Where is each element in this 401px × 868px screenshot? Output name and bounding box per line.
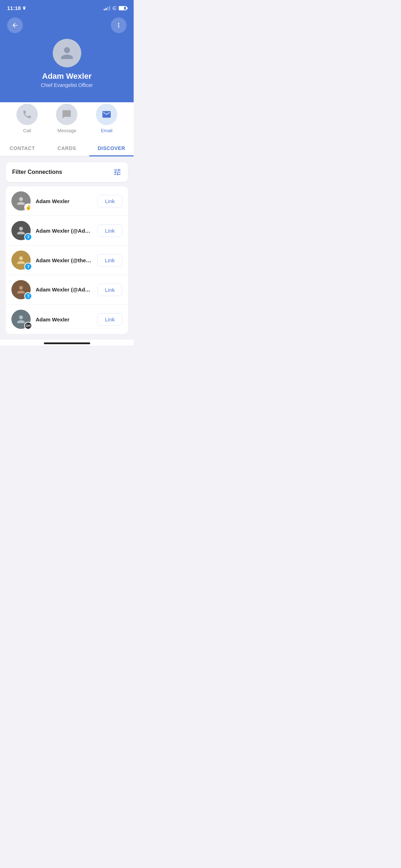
conn-name-1: Adam Wexler <box>36 198 92 204</box>
connection-item: 𝕋 Adam Wexler (@AdamJWexler) | Tw... Lin… <box>6 216 128 246</box>
connection-item: 𝕋 Adam Wexler (@thewordpainter) | T... L… <box>6 246 128 275</box>
contact-title: Chief Evangelist Officer <box>41 82 93 88</box>
message-label: Message <box>57 128 76 133</box>
social-badge-peace: ✌️ <box>24 203 32 211</box>
signal-icon <box>104 6 110 10</box>
home-indicator <box>0 340 134 346</box>
conn-avatar-2: 𝕋 <box>11 221 31 240</box>
connection-item: 𝕋 Adam Wexler (@AdamJWexler) | ...تو Lin… <box>6 275 128 305</box>
location-icon <box>22 6 26 10</box>
tabs: CONTACT CARDS DISCOVER <box>0 140 134 156</box>
email-action[interactable]: Email <box>96 104 117 133</box>
conn-name-5: Adam Wexler <box>36 316 92 322</box>
message-circle <box>56 104 77 125</box>
call-label: Call <box>23 128 31 133</box>
email-icon <box>102 109 112 119</box>
conn-avatar-5: GH <box>11 310 31 329</box>
phone-icon <box>22 109 32 119</box>
contact-name: Adam Wexler <box>42 72 92 81</box>
tab-discover[interactable]: DISCOVER <box>89 140 134 156</box>
filter-bar[interactable]: Filter Connections <box>6 162 128 182</box>
call-action[interactable]: Call <box>16 104 38 133</box>
call-circle <box>16 104 38 125</box>
email-circle <box>96 104 117 125</box>
more-icon <box>115 22 122 29</box>
more-button[interactable] <box>111 17 127 33</box>
filter-label: Filter Connections <box>12 169 62 175</box>
back-button[interactable] <box>7 17 23 33</box>
conn-name-3: Adam Wexler (@thewordpainter) | T... <box>36 257 92 263</box>
link-button-1[interactable]: Link <box>97 195 122 207</box>
connection-item: ✌️ Adam Wexler Link <box>6 186 128 216</box>
link-button-3[interactable]: Link <box>97 254 122 267</box>
connection-item: GH Adam Wexler Link <box>6 305 128 334</box>
avatar-placeholder-icon <box>58 44 76 62</box>
email-label: Email <box>101 128 113 133</box>
message-action[interactable]: Message <box>56 104 77 133</box>
contact-avatar <box>53 39 81 67</box>
header-nav <box>7 17 127 33</box>
action-buttons: Call Message Email <box>0 104 134 140</box>
tab-cards[interactable]: CARDS <box>45 140 89 156</box>
link-button-5[interactable]: Link <box>97 313 122 326</box>
conn-name-4: Adam Wexler (@AdamJWexler) | ...تو <box>36 286 92 293</box>
home-bar <box>44 342 90 344</box>
status-bar: 11:18 ∈ <box>0 0 134 14</box>
social-badge-twitter-3: 𝕋 <box>24 263 32 270</box>
time-display: 11:18 <box>7 5 21 11</box>
conn-avatar-4: 𝕋 <box>11 280 31 299</box>
social-badge-github: GH <box>24 322 32 330</box>
connection-list: ✌️ Adam Wexler Link 𝕋 Adam Wexler (@Adam… <box>6 186 128 334</box>
tab-contact[interactable]: CONTACT <box>0 140 45 156</box>
wifi-icon: ∈ <box>112 5 117 11</box>
back-icon <box>11 22 19 29</box>
message-icon <box>62 109 72 119</box>
link-button-2[interactable]: Link <box>97 224 122 237</box>
discover-content: Filter Connections ✌️ Adam Wexler Link <box>0 156 134 340</box>
conn-avatar-1: ✌️ <box>11 191 31 211</box>
filter-icon[interactable] <box>113 168 122 176</box>
link-button-4[interactable]: Link <box>97 284 122 296</box>
status-time: 11:18 <box>7 5 26 11</box>
social-badge-twitter-4: 𝕋 <box>24 292 32 300</box>
battery-icon <box>119 6 127 10</box>
conn-name-2: Adam Wexler (@AdamJWexler) | Tw... <box>36 228 92 234</box>
conn-avatar-3: 𝕋 <box>11 250 31 270</box>
header: Adam Wexler Chief Evangelist Officer <box>0 14 134 102</box>
status-icons: ∈ <box>104 5 127 11</box>
main-card: Call Message Email CONTACT CARDS DISCOVE… <box>0 95 134 340</box>
social-badge-twitter-2: 𝕋 <box>24 233 32 241</box>
